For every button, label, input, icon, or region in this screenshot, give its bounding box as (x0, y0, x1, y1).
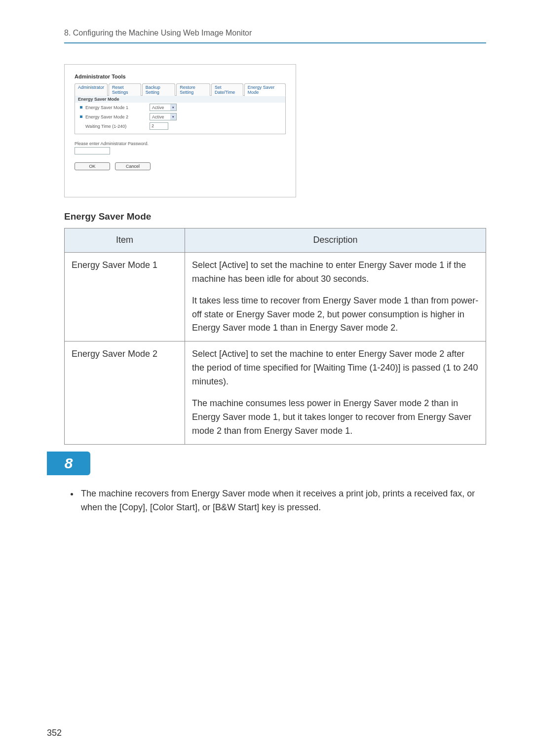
ok-button[interactable]: OK (75, 162, 110, 170)
select-mode2[interactable]: Active ▾ (150, 113, 177, 120)
select-mode2-value: Active (150, 114, 170, 119)
description-table: Item Description Energy Saver Mode 1 Sel… (64, 228, 486, 445)
chapter-tab: 8 (47, 452, 90, 475)
label-mode2: Energy Saver Mode 2 (85, 114, 150, 119)
bullet-icon (80, 115, 82, 118)
row-energy-saver-mode-2: Energy Saver Mode 2 Active ▾ (75, 112, 285, 121)
page-number: 352 (47, 728, 62, 738)
tab-restore-setting[interactable]: Restore Setting (176, 83, 210, 96)
note-list: The machine recovers from Energy Saver m… (64, 487, 486, 515)
desc-para: Select [Active] to set the machine to en… (192, 259, 479, 286)
chevron-down-icon: ▾ (170, 104, 176, 111)
screenshot-tabs: Administrator Reset Settings Backup Sett… (75, 83, 286, 96)
tab-energy-saver-mode[interactable]: Energy Saver Mode (244, 83, 286, 96)
input-waiting-time[interactable]: 2 (150, 122, 168, 130)
cell-item: Energy Saver Mode 1 (65, 252, 185, 341)
row-waiting-time: Waiting Time (1-240) 2 (75, 121, 285, 131)
desc-para: It takes less time to recover from Energ… (192, 294, 479, 336)
screenshot-tab-body: Energy Saver Mode Energy Saver Mode 1 Ac… (75, 95, 286, 134)
table-row: Energy Saver Mode 1 Select [Active] to s… (65, 252, 486, 341)
chevron-down-icon: ▾ (170, 113, 176, 120)
section-title: Energy Saver Mode (64, 211, 486, 222)
desc-para: Select [Active] to set the machine to en… (192, 347, 479, 389)
desc-para: The machine consumes less power in Energ… (192, 397, 479, 438)
screenshot-buttons: OK Cancel (75, 162, 286, 170)
screenshot-section-head: Energy Saver Mode (75, 96, 285, 103)
row-energy-saver-mode-1: Energy Saver Mode 1 Active ▾ (75, 103, 285, 112)
label-mode1: Energy Saver Mode 1 (85, 105, 150, 110)
page-container: 8. Configuring the Machine Using Web Ima… (0, 0, 533, 756)
select-mode1[interactable]: Active ▾ (150, 104, 177, 111)
password-input[interactable] (75, 147, 110, 154)
tab-backup-setting[interactable]: Backup Setting (142, 83, 176, 96)
chapter-header: 8. Configuring the Machine Using Web Ima… (64, 29, 486, 43)
cell-description: Select [Active] to set the machine to en… (185, 252, 486, 341)
table-header-description: Description (185, 228, 486, 253)
table-row: Energy Saver Mode 2 Select [Active] to s… (65, 341, 486, 444)
bullet-icon (80, 106, 82, 109)
screenshot-title: Administrator Tools (75, 74, 286, 79)
admin-tools-screenshot: Administrator Tools Administrator Reset … (64, 64, 296, 197)
label-waiting-time: Waiting Time (1-240) (85, 124, 150, 129)
password-label: Please enter Administrator Password. (75, 141, 286, 146)
cancel-button[interactable]: Cancel (115, 162, 151, 170)
select-mode1-value: Active (150, 105, 170, 110)
note-item: The machine recovers from Energy Saver m… (79, 487, 486, 515)
table-header-item: Item (65, 228, 185, 253)
cell-description: Select [Active] to set the machine to en… (185, 341, 486, 444)
tab-set-date-time[interactable]: Set Date/Time (211, 83, 243, 96)
cell-item: Energy Saver Mode 2 (65, 341, 185, 444)
tab-administrator[interactable]: Administrator (75, 83, 108, 96)
tab-reset-settings[interactable]: Reset Settings (109, 83, 141, 96)
